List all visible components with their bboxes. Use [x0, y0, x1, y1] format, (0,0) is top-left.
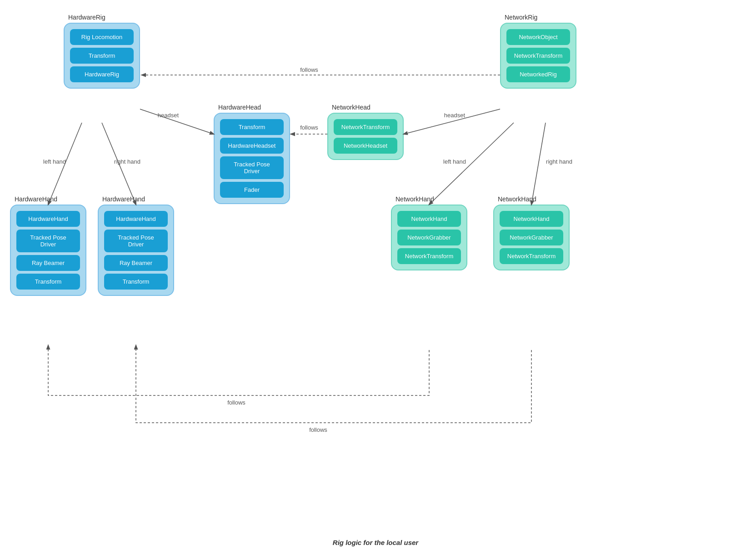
headset-arrow-left	[140, 109, 214, 134]
follows-label-top: follows	[300, 66, 318, 73]
hw-head-card-2: Tracked Pose Driver	[220, 156, 284, 179]
hardware-rig-group: HardwareRig Rig Locomotion Transform Har…	[64, 23, 140, 89]
left-hand-arrow-net	[429, 123, 514, 205]
network-head-group: NetworkHead NetworkTransform NetworkHead…	[327, 113, 404, 160]
net-hand-l-card-1: NetworkGrabber	[397, 230, 461, 245]
hardware-head-title: HardwareHead	[218, 104, 261, 111]
hw-hand-l-card-2: Ray Beamer	[16, 255, 80, 271]
hw-rig-card-0: Rig Locomotion	[70, 29, 134, 45]
diagram-container: HardwareRig Rig Locomotion Transform Har…	[0, 0, 751, 560]
net-rig-card-1: NetworkTransform	[506, 48, 570, 64]
hw-head-card-3: Fader	[220, 182, 284, 198]
network-rig-group: NetworkRig NetworkObject NetworkTransfor…	[500, 23, 576, 89]
network-hand-right-title: NetworkHand	[498, 195, 536, 203]
left-hand-arrow-hw	[48, 123, 82, 205]
caption: Rig logic for the local user	[333, 539, 418, 546]
hw-head-card-0: Transform	[220, 119, 284, 135]
hw-hand-l-card-3: Transform	[16, 274, 80, 290]
network-hand-left-title: NetworkHand	[396, 195, 434, 203]
hardware-head-group: HardwareHead Transform HardwareHeadset T…	[214, 113, 290, 204]
headset-label-right: headset	[444, 112, 466, 119]
left-hand-label-net: left hand	[443, 158, 466, 165]
hardware-hand-right-group: HardwareHand HardwareHand Tracked Pose D…	[98, 205, 174, 296]
hw-hand-l-card-0: HardwareHand	[16, 211, 80, 227]
net-rig-card-2: NetworkedRig	[506, 66, 570, 82]
hw-hand-r-card-2: Ray Beamer	[104, 255, 168, 271]
headset-arrow-right	[404, 109, 500, 134]
right-hand-label-net: right hand	[546, 158, 572, 165]
follows-arrow-hand-left	[48, 345, 429, 395]
network-hand-left-group: NetworkHand NetworkHand NetworkGrabber N…	[391, 205, 467, 270]
hw-head-card-1: HardwareHeadset	[220, 138, 284, 154]
net-head-card-1: NetworkHeadset	[334, 138, 397, 154]
left-hand-label-hw: left hand	[43, 158, 66, 165]
net-hand-l-card-0: NetworkHand	[397, 211, 461, 227]
hardware-hand-left-title: HardwareHand	[15, 195, 57, 203]
hardware-hand-right-title: HardwareHand	[102, 195, 145, 203]
right-hand-label-hw: right hand	[114, 158, 140, 165]
net-hand-l-card-2: NetworkTransform	[397, 248, 461, 264]
right-hand-arrow-hw	[102, 123, 136, 205]
hw-hand-r-card-1: Tracked Pose Driver	[104, 230, 168, 252]
follows-label-hand-left: follows	[227, 399, 245, 406]
net-head-card-0: NetworkTransform	[334, 119, 397, 135]
net-hand-r-card-1: NetworkGrabber	[500, 230, 563, 245]
hw-hand-r-card-3: Transform	[104, 274, 168, 290]
hardware-rig-title: HardwareRig	[68, 14, 105, 21]
follows-label-head: follows	[300, 124, 318, 131]
hw-rig-card-1: Transform	[70, 48, 134, 64]
network-head-title: NetworkHead	[332, 104, 370, 111]
hardware-hand-left-group: HardwareHand HardwareHand Tracked Pose D…	[10, 205, 86, 296]
follows-arrow-hand-right	[136, 345, 531, 423]
headset-label-left: headset	[158, 112, 179, 119]
right-hand-arrow-net	[531, 123, 546, 205]
network-hand-right-group: NetworkHand NetworkHand NetworkGrabber N…	[493, 205, 570, 270]
follows-label-hand-right: follows	[309, 426, 327, 433]
network-rig-title: NetworkRig	[505, 14, 537, 21]
net-hand-r-card-0: NetworkHand	[500, 211, 563, 227]
net-rig-card-0: NetworkObject	[506, 29, 570, 45]
hw-rig-card-2: HardwareRig	[70, 66, 134, 82]
hw-hand-r-card-0: HardwareHand	[104, 211, 168, 227]
net-hand-r-card-2: NetworkTransform	[500, 248, 563, 264]
hw-hand-l-card-1: Tracked Pose Driver	[16, 230, 80, 252]
